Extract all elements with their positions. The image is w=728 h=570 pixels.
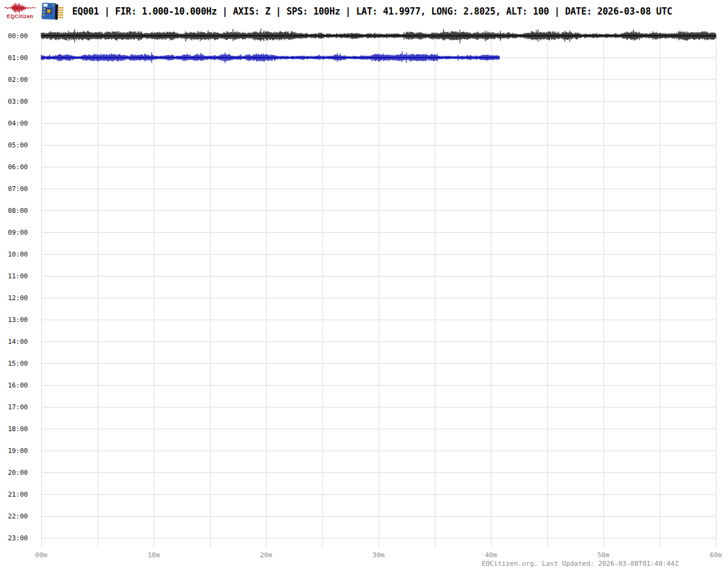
y-tick-label: 02:00 <box>8 76 28 84</box>
x-axis: 00m10m20m30m40m50m60m <box>35 551 722 559</box>
seismic-waveform-icon <box>4 2 36 14</box>
y-tick-label: 22:00 <box>8 512 28 520</box>
y-tick-label: 15:00 <box>8 360 28 367</box>
y-tick-label: 23:00 <box>8 534 28 542</box>
helicorder-chart: 00:0001:0002:0003:0004:0005:0006:0007:00… <box>0 0 728 570</box>
y-tick-label: 19:00 <box>8 447 28 455</box>
x-tick-label: 40m <box>485 551 497 559</box>
y-tick-label: 20:00 <box>8 469 28 477</box>
y-tick-label: 06:00 <box>8 163 28 171</box>
y-axis: 00:0001:0002:0003:0004:0005:0006:0007:00… <box>8 32 28 542</box>
y-tick-label: 18:00 <box>8 425 28 433</box>
y-tick-label: 04:00 <box>8 119 28 127</box>
x-tick-label: 20m <box>260 551 272 559</box>
eqcitizen-logo: EQCitizen <box>4 2 36 20</box>
y-tick-label: 10:00 <box>8 250 28 258</box>
y-tick-label: 12:00 <box>8 294 28 302</box>
x-tick-label: 10m <box>147 551 160 559</box>
y-tick-label: 07:00 <box>8 185 28 193</box>
y-tick-label: 09:00 <box>8 229 28 236</box>
grid <box>41 36 716 548</box>
header-bar: EQCitizen EQ0 <box>0 0 728 24</box>
sensor-board-icon <box>41 2 66 21</box>
y-tick-label: 03:00 <box>8 98 28 106</box>
y-tick-label: 14:00 <box>8 338 28 346</box>
y-tick-label: 16:00 <box>8 381 28 389</box>
y-tick-label: 00:00 <box>8 32 28 40</box>
station-info-title: EQ001 | FIR: 1.000-10.000Hz | AXIS: Z | … <box>72 6 672 17</box>
x-tick-label: 60m <box>710 551 722 559</box>
y-tick-label: 17:00 <box>8 403 28 411</box>
logo-text: EQCitizen <box>4 13 36 19</box>
x-tick-label: 30m <box>372 551 385 559</box>
x-tick-label: 50m <box>598 551 610 559</box>
y-tick-label: 21:00 <box>8 491 28 498</box>
y-tick-label: 08:00 <box>8 207 28 215</box>
seismogram-page: 00:0001:0002:0003:0004:0005:0006:0007:00… <box>0 0 728 570</box>
footer-status: EQCitizen.org. Last Updated: 2026-03-08T… <box>482 560 679 568</box>
x-tick-label: 00m <box>35 551 47 559</box>
y-tick-label: 01:00 <box>8 54 28 62</box>
y-tick-label: 05:00 <box>8 141 28 149</box>
y-tick-label: 11:00 <box>8 272 28 280</box>
y-tick-label: 13:00 <box>8 316 28 324</box>
